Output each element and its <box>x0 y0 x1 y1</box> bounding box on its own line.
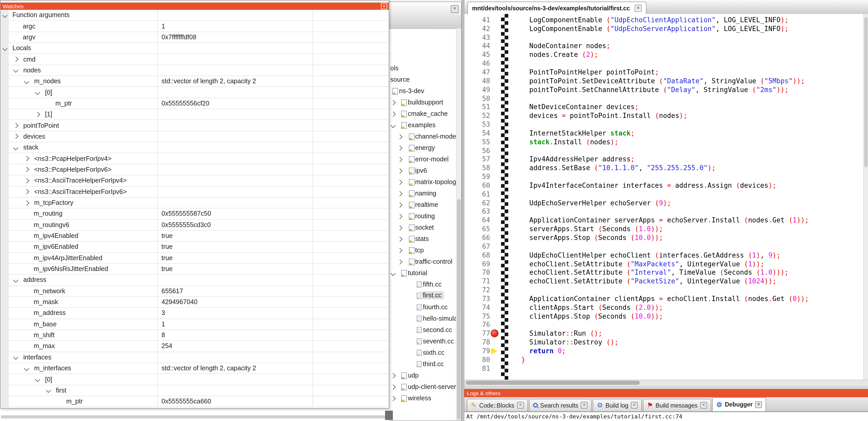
chevron-down-icon[interactable] <box>13 68 19 73</box>
scrollbar-thumb[interactable] <box>466 381 640 385</box>
tree-item[interactable]: realtime <box>389 200 457 211</box>
tree-item[interactable]: socket <box>389 222 457 234</box>
marker-margin[interactable] <box>490 294 501 303</box>
code-line[interactable]: 79 return 0; <box>464 347 864 355</box>
tree-item[interactable]: tutorial <box>389 268 457 279</box>
tree-item-label[interactable]: udp-client-server <box>408 383 456 390</box>
watch-row[interactable]: <ns3::AsciiTraceHelperForIpv4> <box>1 175 389 187</box>
tree-item-label[interactable]: ols <box>390 65 399 72</box>
chevron-down-icon[interactable] <box>13 145 19 150</box>
logs-tab-debugger[interactable]: ⚙Debugger✕ <box>712 397 766 411</box>
code-line[interactable]: 52 devices = pointToPoint.Install (nodes… <box>464 111 864 120</box>
chevron-right-icon[interactable] <box>397 225 402 230</box>
watch-row[interactable]: address <box>1 275 389 286</box>
marker-margin[interactable] <box>490 51 501 59</box>
chevron-right-icon[interactable] <box>13 57 19 62</box>
watch-row[interactable]: <ns3::PcapHelperForIpv4> <box>1 153 389 164</box>
chevron-right-icon[interactable] <box>24 178 29 183</box>
tree-item[interactable]: error-model <box>389 154 457 165</box>
marker-margin[interactable] <box>490 111 501 120</box>
code-line[interactable]: 47 PointToPointHelper pointToPoint; <box>464 68 864 76</box>
watch-row[interactable]: nodes <box>1 65 389 76</box>
code-line[interactable]: 64 ApplicationContainer serverApps = ech… <box>464 216 864 225</box>
code-line[interactable]: 42 LogComponentEnable ("UdpEchoServerApp… <box>464 24 864 33</box>
marker-margin[interactable] <box>490 233 501 242</box>
watch-row[interactable]: stack <box>1 142 389 153</box>
panel-splitter[interactable] <box>462 0 464 421</box>
tree-item-label[interactable]: tcp <box>415 247 424 254</box>
code-line[interactable]: 58 address.SetBase ("10.1.1.0", "255.255… <box>464 164 864 172</box>
code-editor[interactable]: 41 LogComponentEnable ("UdpEchoClientApp… <box>464 14 864 380</box>
marker-margin[interactable] <box>490 146 501 155</box>
tree-item-label[interactable]: routing <box>415 213 435 220</box>
code-line[interactable]: 45 nodes.Create (2); <box>464 51 864 59</box>
close-icon[interactable]: ✕ <box>381 3 387 9</box>
chevron-right-icon[interactable] <box>24 156 29 161</box>
editor-horizontal-scrollbar[interactable] <box>464 380 868 386</box>
tree-item[interactable]: energy <box>389 143 457 154</box>
tree-item-label[interactable]: socket <box>415 224 434 231</box>
code-line[interactable]: 73 ApplicationContainer clientApps = ech… <box>464 294 864 303</box>
tree-item-label[interactable]: udp <box>408 372 419 379</box>
tree-item-label[interactable]: error-model <box>415 156 448 163</box>
code-line[interactable]: 70 echoClient.SetAttribute ("Interval", … <box>464 268 864 277</box>
code-line[interactable]: 46 <box>464 59 864 68</box>
marker-margin[interactable] <box>490 76 501 85</box>
code-line[interactable]: 77 Simulator::Run (); <box>464 329 864 338</box>
code-line[interactable]: 56 <box>464 146 864 155</box>
code-line[interactable]: 57 Ipv4AddressHelper address; <box>464 155 864 164</box>
code-line[interactable]: 61 <box>464 190 864 199</box>
marker-margin[interactable] <box>490 277 501 286</box>
editor-vertical-scrollbar[interactable] <box>863 14 868 380</box>
code-line[interactable]: 59 <box>464 172 864 181</box>
chevron-down-icon[interactable] <box>24 79 29 84</box>
watch-row[interactable]: m_base1 <box>1 319 389 330</box>
chevron-right-icon[interactable] <box>397 248 402 253</box>
tree-item-label[interactable]: sixth.cc <box>423 349 444 356</box>
watch-row[interactable]: [0] <box>1 374 389 385</box>
watch-row[interactable]: [0] <box>1 87 389 98</box>
code-line[interactable]: 62 UdpEchoServerHelper echoServer (9); <box>464 198 864 207</box>
marker-margin[interactable] <box>490 225 501 233</box>
marker-margin[interactable] <box>490 329 501 338</box>
chevron-down-icon[interactable] <box>2 12 7 18</box>
marker-margin[interactable] <box>490 129 501 137</box>
watch-row[interactable]: m_ipv4Enabledtrue <box>1 231 389 242</box>
chevron-right-icon[interactable] <box>397 214 402 219</box>
close-icon[interactable]: ✕ <box>700 402 707 409</box>
tree-item[interactable]: stats <box>389 234 457 245</box>
marker-margin[interactable] <box>490 303 501 312</box>
marker-margin[interactable] <box>490 137 501 147</box>
chevron-right-icon[interactable] <box>391 100 396 105</box>
watch-row[interactable]: <ns3::PcapHelperForIpv6> <box>1 164 389 175</box>
tree-item-label[interactable]: tutorial <box>408 269 427 277</box>
marker-margin[interactable] <box>490 347 501 355</box>
marker-margin[interactable] <box>490 355 501 364</box>
code-line[interactable]: 60 Ipv4InterfaceContainer interfaces = a… <box>464 181 864 190</box>
close-icon[interactable]: ✕ <box>631 402 638 409</box>
code-line[interactable]: 65 serverApps.Start (Seconds (1.0)); <box>464 225 864 233</box>
close-icon[interactable]: ✕ <box>581 402 587 409</box>
watch-row[interactable]: m_max254 <box>1 341 389 352</box>
watch-row[interactable]: m_nodesstd::vector of length 2, capacity… <box>1 76 389 87</box>
marker-margin[interactable] <box>490 94 501 103</box>
marker-margin[interactable] <box>490 320 501 329</box>
tree-vertical-scrollbar[interactable] <box>456 28 461 420</box>
watch-row[interactable]: m_mask4294967040 <box>1 297 389 308</box>
tree-item-label[interactable]: third.cc <box>423 360 444 368</box>
chevron-right-icon[interactable] <box>397 145 402 151</box>
chevron-right-icon[interactable] <box>391 111 396 117</box>
tree-item[interactable]: matrix-topology <box>389 177 457 188</box>
tree-item[interactable]: udp-client-server <box>389 382 457 393</box>
tree-item[interactable]: fourth.cc <box>389 302 457 314</box>
tree-item-label[interactable]: realtime <box>415 201 438 208</box>
watch-row[interactable]: m_ipv6Enabledtrue <box>1 241 389 253</box>
code-line[interactable]: 75 clientApps.Stop (Seconds (10.0)); <box>464 312 864 320</box>
chevron-down-icon[interactable] <box>13 355 19 360</box>
marker-margin[interactable] <box>490 103 501 111</box>
code-line[interactable]: 55 stack.Install (nodes); <box>464 137 864 147</box>
marker-margin[interactable] <box>490 59 501 68</box>
watch-row[interactable]: m_shift8 <box>1 330 389 341</box>
tree-item-label[interactable]: stats <box>415 235 429 242</box>
tree-item[interactable]: buildsupport <box>389 97 457 108</box>
